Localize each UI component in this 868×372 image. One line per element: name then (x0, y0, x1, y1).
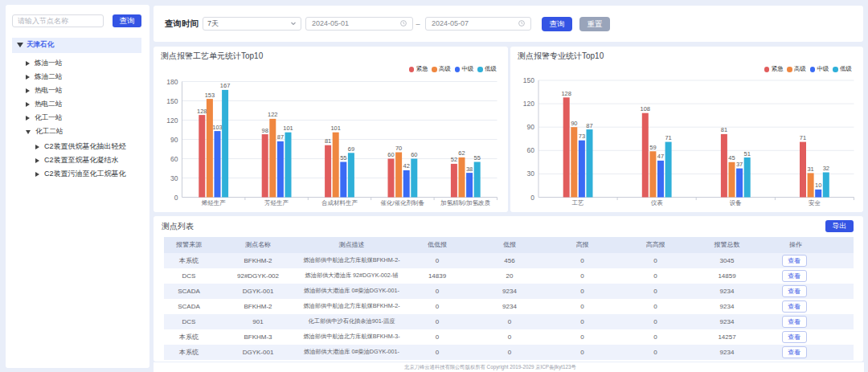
svg-text:81: 81 (325, 137, 331, 145)
svg-text:55: 55 (474, 154, 481, 161)
svg-text:烯烃生产: 烯烃生产 (202, 198, 227, 206)
svg-text:芳烃生产: 芳烃生产 (264, 198, 289, 206)
svg-text:45: 45 (728, 154, 735, 161)
svg-text:30: 30 (170, 174, 178, 182)
svg-text:0: 0 (530, 193, 534, 201)
svg-text:37: 37 (736, 161, 743, 168)
svg-text:71: 71 (665, 134, 671, 141)
svg-text:合成材料生产: 合成材料生产 (321, 198, 358, 206)
svg-text:60: 60 (527, 146, 535, 154)
svg-text:安全: 安全 (809, 198, 821, 206)
svg-text:98: 98 (262, 126, 268, 133)
svg-text:128: 128 (197, 107, 207, 114)
svg-text:71: 71 (800, 134, 806, 141)
svg-text:87: 87 (277, 133, 284, 141)
svg-text:55: 55 (340, 154, 346, 161)
svg-text:87: 87 (586, 121, 592, 129)
svg-text:62: 62 (458, 149, 465, 157)
svg-text:122: 122 (268, 111, 278, 118)
svg-text:69: 69 (348, 145, 354, 152)
svg-text:催化/催化剂制备: 催化/催化剂制备 (381, 198, 425, 206)
svg-text:90: 90 (571, 119, 577, 126)
svg-text:52: 52 (451, 156, 457, 163)
svg-text:153: 153 (205, 91, 215, 98)
svg-text:120: 120 (523, 100, 534, 108)
svg-text:47: 47 (657, 153, 664, 160)
svg-text:60: 60 (170, 154, 178, 162)
svg-text:90: 90 (170, 135, 178, 143)
svg-text:81: 81 (721, 126, 727, 133)
svg-text:0: 0 (174, 193, 178, 201)
svg-text:38: 38 (466, 165, 473, 172)
svg-text:101: 101 (330, 125, 341, 132)
svg-text:90: 90 (527, 123, 535, 131)
svg-text:101: 101 (283, 125, 293, 132)
svg-text:108: 108 (641, 105, 651, 112)
svg-text:42: 42 (403, 162, 410, 170)
svg-text:32: 32 (823, 165, 829, 172)
svg-text:150: 150 (523, 76, 534, 84)
svg-text:工艺: 工艺 (572, 198, 585, 206)
svg-text:设备: 设备 (730, 198, 742, 206)
svg-text:128: 128 (561, 89, 571, 96)
svg-text:51: 51 (744, 149, 751, 157)
svg-text:10: 10 (815, 182, 821, 189)
svg-text:103: 103 (212, 123, 223, 130)
svg-text:仪表: 仪表 (651, 198, 664, 206)
svg-text:150: 150 (166, 96, 178, 104)
svg-text:31: 31 (807, 165, 813, 172)
svg-text:30: 30 (527, 170, 535, 178)
svg-text:60: 60 (411, 151, 417, 158)
svg-text:70: 70 (395, 145, 402, 152)
svg-text:73: 73 (579, 133, 585, 140)
svg-text:180: 180 (166, 77, 178, 85)
svg-text:120: 120 (166, 116, 178, 124)
svg-text:加氢精制/加氢改质: 加氢精制/加氢改质 (440, 198, 490, 206)
svg-text:60: 60 (387, 151, 394, 158)
svg-text:167: 167 (220, 82, 231, 89)
svg-text:59: 59 (649, 143, 656, 150)
